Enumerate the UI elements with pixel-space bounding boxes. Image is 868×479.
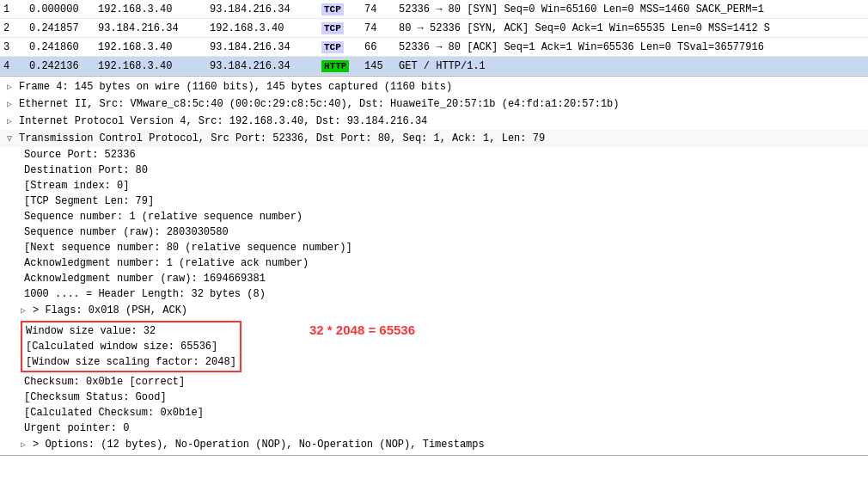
pkt4-info: GET / HTTP/1.1 bbox=[399, 60, 865, 72]
pkt2-len: 74 bbox=[364, 22, 399, 34]
window-size-value-row: Window size value: 32 bbox=[24, 323, 238, 339]
pkt4-len: 145 bbox=[364, 60, 399, 72]
tcp-field-next-seq: [Next sequence number: 80 (relative sequ… bbox=[0, 240, 868, 255]
tcp-field-calc-checksum: [Calculated Checksum: 0x0b1e] bbox=[0, 405, 868, 421]
window-annotation: 32 * 2048 = 65536 bbox=[309, 322, 415, 337]
pkt4-proto-badge: HTTP bbox=[321, 60, 349, 72]
ip-expand-icon: ▷ bbox=[7, 116, 19, 126]
tcp-field-seq: Sequence number: 1 (relative sequence nu… bbox=[0, 209, 868, 224]
options-label: > Options: (12 bytes), No-Operation (NOP… bbox=[33, 439, 485, 451]
packet-row-4[interactable]: 4 0.242136 192.168.3.40 93.184.216.34 HT… bbox=[0, 57, 868, 76]
window-section: Window size value: 32 [Calculated window… bbox=[0, 321, 868, 372]
frame-summary: Frame 4: 145 bytes on wire (1160 bits), … bbox=[19, 81, 452, 93]
pkt2-info: 80 → 52336 [SYN, ACK] Seq=0 Ack=1 Win=65… bbox=[399, 22, 865, 34]
pkt3-src: 192.168.3.40 bbox=[98, 41, 210, 53]
tcp-seq-label: Sequence number: 1 (relative sequence nu… bbox=[24, 211, 303, 223]
window-size-value: Window size value: 32 bbox=[26, 325, 156, 337]
pkt3-proto: TCP bbox=[321, 41, 364, 53]
pkt1-proto: TCP bbox=[321, 3, 364, 15]
pkt2-time: 0.241857 bbox=[29, 22, 98, 34]
tcp-field-dst-port: Destination Port: 80 bbox=[0, 163, 868, 178]
tcp-field-ack: Acknowledgment number: 1 (relative ack n… bbox=[0, 255, 868, 271]
pkt3-proto-badge: TCP bbox=[321, 41, 344, 53]
pkt1-proto-badge: TCP bbox=[321, 3, 344, 15]
pkt2-src: 93.184.216.34 bbox=[98, 22, 210, 34]
checksum-label: Checksum: 0x0b1e [correct] bbox=[24, 376, 185, 388]
tcp-field-ack-raw: Acknowledgment number (raw): 1694669381 bbox=[0, 271, 868, 286]
tcp-ack-raw-label: Acknowledgment number (raw): 1694669381 bbox=[24, 273, 266, 285]
pkt1-len: 74 bbox=[364, 3, 399, 15]
frame-row[interactable]: ▷ Frame 4: 145 bytes on wire (1160 bits)… bbox=[0, 78, 868, 95]
flags-label: > Flags: 0x018 (PSH, ACK) bbox=[33, 304, 187, 316]
calc-checksum-label: [Calculated Checksum: 0x0b1e] bbox=[24, 407, 204, 419]
pkt1-src: 192.168.3.40 bbox=[98, 3, 210, 15]
ethernet-expand-icon: ▷ bbox=[7, 99, 19, 109]
tcp-next-seq-label: [Next sequence number: 80 (relative sequ… bbox=[24, 242, 352, 254]
tcp-seg-len-label: [TCP Segment Len: 79] bbox=[24, 195, 154, 207]
pkt2-proto-badge: TCP bbox=[321, 22, 344, 34]
tcp-ack-label: Acknowledgment number: 1 (relative ack n… bbox=[24, 257, 309, 269]
options-row[interactable]: ▷ > Options: (12 bytes), No-Operation (N… bbox=[0, 436, 868, 453]
tcp-stream-label: [Stream index: 0] bbox=[24, 180, 129, 192]
tcp-expand-icon: ▽ bbox=[7, 133, 19, 144]
urgent-label: Urgent pointer: 0 bbox=[24, 422, 129, 434]
pkt1-time: 0.000000 bbox=[29, 3, 98, 15]
window-scaling-factor-row: [Window size scaling factor: 2048] bbox=[24, 354, 238, 370]
tcp-field-urgent: Urgent pointer: 0 bbox=[0, 421, 868, 436]
ip-row[interactable]: ▷ Internet Protocol Version 4, Src: 192.… bbox=[0, 113, 868, 130]
pkt1-dst: 93.184.216.34 bbox=[210, 3, 321, 15]
pkt2-dst: 192.168.3.40 bbox=[210, 22, 321, 34]
ethernet-summary: Ethernet II, Src: VMware_c8:5c:40 (00:0c… bbox=[19, 98, 620, 110]
pkt3-len: 66 bbox=[364, 41, 399, 53]
packet-list: 1 0.000000 192.168.3.40 93.184.216.34 TC… bbox=[0, 0, 868, 77]
tcp-field-src-port: Source Port: 52336 bbox=[0, 147, 868, 163]
packet-row-3[interactable]: 3 0.241860 192.168.3.40 93.184.216.34 TC… bbox=[0, 38, 868, 57]
ip-summary: Internet Protocol Version 4, Src: 192.16… bbox=[19, 115, 427, 127]
detail-pane: ▷ Frame 4: 145 bytes on wire (1160 bits)… bbox=[0, 77, 868, 456]
pkt4-dst: 93.184.216.34 bbox=[210, 60, 321, 72]
pkt1-no: 1 bbox=[3, 3, 29, 15]
tcp-field-seq-raw: Sequence number (raw): 2803030580 bbox=[0, 224, 868, 240]
tcp-summary: Transmission Control Protocol, Src Port:… bbox=[19, 132, 545, 144]
pkt4-src: 192.168.3.40 bbox=[98, 60, 210, 72]
pkt3-info: 52336 → 80 [ACK] Seq=1 Ack=1 Win=65536 L… bbox=[399, 41, 865, 53]
pkt4-no: 4 bbox=[3, 60, 29, 72]
calc-window-size-row: [Calculated window size: 65536] bbox=[24, 339, 238, 354]
tcp-field-checksum: Checksum: 0x0b1e [correct] bbox=[0, 374, 868, 390]
tcp-row[interactable]: ▽ Transmission Control Protocol, Src Por… bbox=[0, 130, 868, 147]
window-box: Window size value: 32 [Calculated window… bbox=[21, 321, 241, 372]
packet-row-2[interactable]: 2 0.241857 93.184.216.34 192.168.3.40 TC… bbox=[0, 19, 868, 38]
pkt2-proto: TCP bbox=[321, 22, 364, 34]
options-expand-icon: ▷ bbox=[21, 439, 33, 450]
pkt4-proto: HTTP bbox=[321, 60, 364, 72]
window-scaling-factor: [Window size scaling factor: 2048] bbox=[26, 356, 236, 368]
flags-row[interactable]: ▷ > Flags: 0x018 (PSH, ACK) bbox=[0, 302, 868, 319]
pkt3-no: 3 bbox=[3, 41, 29, 53]
pkt3-dst: 93.184.216.34 bbox=[210, 41, 321, 53]
pkt4-time: 0.242136 bbox=[29, 60, 98, 72]
pkt3-time: 0.241860 bbox=[29, 41, 98, 53]
tcp-hdr-len-label: 1000 .... = Header Length: 32 bytes (8) bbox=[24, 288, 266, 300]
calc-window-size: [Calculated window size: 65536] bbox=[26, 341, 217, 353]
ethernet-row[interactable]: ▷ Ethernet II, Src: VMware_c8:5c:40 (00:… bbox=[0, 95, 868, 113]
tcp-field-stream: [Stream index: 0] bbox=[0, 178, 868, 193]
checksum-status-label: [Checksum Status: Good] bbox=[24, 391, 167, 403]
tcp-field-hdr-len: 1000 .... = Header Length: 32 bytes (8) bbox=[0, 286, 868, 302]
tcp-field-seg-len: [TCP Segment Len: 79] bbox=[0, 193, 868, 209]
packet-row-1[interactable]: 1 0.000000 192.168.3.40 93.184.216.34 TC… bbox=[0, 0, 868, 19]
flags-expand-icon: ▷ bbox=[21, 305, 33, 316]
pkt1-info: 52336 → 80 [SYN] Seq=0 Win=65160 Len=0 M… bbox=[399, 3, 865, 15]
frame-expand-icon: ▷ bbox=[7, 82, 19, 92]
tcp-src-port-label: Source Port: 52336 bbox=[24, 149, 136, 161]
tcp-dst-port-label: Destination Port: 80 bbox=[24, 164, 148, 176]
tcp-field-checksum-status: [Checksum Status: Good] bbox=[0, 390, 868, 405]
tcp-seq-raw-label: Sequence number (raw): 2803030580 bbox=[24, 226, 229, 238]
pkt2-no: 2 bbox=[3, 22, 29, 34]
